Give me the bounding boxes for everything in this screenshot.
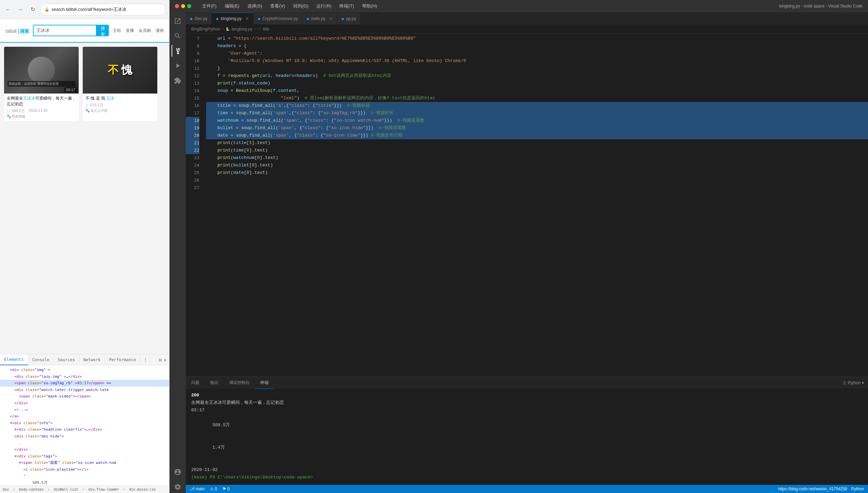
- tab-crypto-py[interactable]: ● CryptoProcessor.py: [254, 13, 302, 24]
- video-meta-2: ▷ 573.1万: [85, 103, 155, 108]
- terminal-dropdown[interactable]: 2: Python ▾: [839, 381, 868, 385]
- devtools-close-icon[interactable]: ✕: [164, 357, 166, 363]
- video-thumbnail-1: 跑场达线：走进宿舍 看看毕业生在宿 03:17: [4, 47, 79, 94]
- search-input[interactable]: [34, 28, 96, 33]
- dom-line[interactable]: <div class="img" >: [0, 367, 169, 373]
- code-line-15: print(f.status_code): [206, 80, 868, 87]
- dom-line-selected[interactable]: <span class="so-imgTag_rb" >03:17</span>…: [0, 380, 169, 387]
- address-text: search.bilibili.com/all?keyword=王冰冰: [52, 6, 126, 13]
- breadcrumb-mixin-lis[interactable]: div.mixin-lis: [129, 488, 156, 491]
- breadcrumb-body-contain[interactable]: body-contain: [19, 488, 43, 491]
- breadcrumb-project[interactable]: BingBingPython: [191, 27, 220, 32]
- status-warnings[interactable]: ⚑ 0: [222, 487, 230, 491]
- breadcrumb-flow-loader[interactable]: div.flow-loader: [88, 488, 119, 491]
- video-title-2: 不 愧 是 我 王冰: [85, 96, 155, 101]
- menu-run[interactable]: 运行(R): [316, 3, 331, 9]
- tab-performance[interactable]: Performance: [105, 354, 140, 365]
- dom-line[interactable]: ": [0, 473, 169, 480]
- dom-line[interactable]: </div>: [0, 446, 169, 453]
- tab-console[interactable]: Console: [28, 354, 54, 365]
- code-line-12: 'Mozilla/5.0 (Windows NT 10.0; Win64; x6…: [206, 57, 868, 65]
- menu-select[interactable]: 选择(S): [248, 3, 262, 9]
- terminal-tab-terminal[interactable]: 终端: [255, 377, 274, 389]
- nav-item-live[interactable]: 直播: [126, 28, 134, 34]
- dom-line[interactable]: 509.5万: [0, 479, 169, 486]
- menu-file[interactable]: 文件(F): [202, 3, 217, 9]
- terminal-tab-output[interactable]: 输出: [205, 377, 224, 389]
- tab-close-bingbing[interactable]: ✕: [245, 16, 249, 21]
- tab-bingbing-py[interactable]: ● bingbing.py ✕: [212, 13, 254, 24]
- code-line-20: watchnum = soup.find_all('span', {"class…: [206, 117, 868, 124]
- back-button[interactable]: ←: [3, 5, 13, 14]
- terminal-body[interactable]: 200 全网最全王冰冰可爱瞬间，每天一遍，忘记初恋 03:17 509.5万 1…: [186, 389, 868, 485]
- tab-pp-py[interactable]: ● pp.py: [337, 13, 361, 24]
- refresh-button[interactable]: ↻: [28, 5, 37, 14]
- vscode-terminal: 问题 输出 调试控制台 终端 2: Python ▾: [186, 376, 868, 485]
- menu-terminal[interactable]: 终端(T): [339, 3, 354, 9]
- status-errors[interactable]: ⚠ 0: [210, 487, 217, 491]
- menu-help[interactable]: 帮助(H): [362, 3, 377, 9]
- status-remote[interactable]: ⎇ main: [190, 487, 204, 491]
- terminal-line-blank4: [191, 451, 863, 459]
- dom-line[interactable]: -: [0, 440, 169, 447]
- dom-line[interactable]: <div class="des hide">: [0, 433, 169, 440]
- dom-line[interactable]: ▼<div class="info">: [0, 420, 169, 427]
- terminal-line-views: 509.5万: [191, 422, 863, 429]
- activity-settings[interactable]: [172, 481, 184, 493]
- activity-account[interactable]: [172, 466, 184, 478]
- dom-line[interactable]: </div>: [0, 400, 169, 407]
- nav-item-home[interactable]: 主站: [113, 28, 121, 34]
- dom-line[interactable]: </a>: [0, 413, 169, 420]
- dom-line[interactable]: ▼<div class="tags">: [0, 453, 169, 460]
- tab-sources[interactable]: Sources: [54, 354, 79, 365]
- forward-button[interactable]: →: [16, 5, 25, 14]
- dom-line[interactable]: <div class="lazy-img" >…</div>: [0, 373, 169, 380]
- dom-line[interactable]: <!--->: [0, 407, 169, 413]
- breadcrumb-py-icon: 🐍: [225, 27, 230, 31]
- terminal-tab-problems[interactable]: 问题: [186, 377, 205, 389]
- vscode-activity-bar: [170, 12, 186, 493]
- tab-elements[interactable]: Elements: [0, 354, 28, 365]
- menu-edit[interactable]: 编辑(E): [225, 3, 239, 9]
- status-link[interactable]: https://blog.csdn.net/weixin_41754258: [778, 487, 847, 491]
- tab-network[interactable]: Network: [79, 354, 105, 365]
- breadcrumb-div[interactable]: div: [3, 488, 9, 491]
- activity-explorer[interactable]: [172, 15, 184, 27]
- search-button[interactable]: 搜索: [96, 25, 109, 36]
- devtools-more[interactable]: ⋮: [140, 357, 151, 363]
- menu-view[interactable]: 查看(V): [270, 3, 285, 9]
- dom-line[interactable]: <i class="icon-playtime"></i>: [0, 466, 169, 473]
- video-card-1[interactable]: 跑场达线：走进宿舍 看看毕业生在宿 03:17 全网最全王冰冰可爱瞬间，每天一遍…: [4, 47, 79, 121]
- video-duration-1: 03:17: [64, 87, 77, 92]
- editor-content[interactable]: url = "https://search.bilibili.com/all?k…: [203, 34, 868, 376]
- video-card-2[interactable]: 不 愧 不 愧 是 我 王冰 ▷ 573.1万 🐾 龙大人不喷: [83, 47, 157, 121]
- activity-extensions[interactable]: [172, 75, 184, 87]
- breadcrumb-file[interactable]: bingbing.py: [232, 27, 252, 32]
- address-bar[interactable]: 🔒 search.bilibili.com/all?keyword=王冰冰: [40, 4, 166, 15]
- menu-goto[interactable]: 转到(G): [293, 3, 309, 9]
- breadcrumb-symbol[interactable]: title: [263, 27, 270, 32]
- code-line-19: time = soup.find_all('span',{"class": {"…: [206, 109, 868, 117]
- devtools-dock-icon[interactable]: ⊡: [159, 357, 161, 363]
- dom-line[interactable]: ▼<span title="观看" class="so-icon watch-n…: [0, 459, 169, 466]
- dom-line[interactable]: <div class="watch-later-trigger watch-la…: [0, 387, 169, 393]
- tab-close-hello[interactable]: ✕: [329, 16, 333, 21]
- terminal-tab-debug[interactable]: 调试控制台: [224, 377, 255, 389]
- nav-item-manga[interactable]: 漫画: [156, 28, 164, 34]
- dom-line[interactable]: ▼<div class="headline clearfix">…</div>: [0, 426, 169, 433]
- tab-des-py[interactable]: ● Des.py: [186, 13, 212, 24]
- status-lang[interactable]: Python: [851, 487, 864, 491]
- terminal-line-blank2: [191, 429, 863, 436]
- activity-search[interactable]: [172, 30, 184, 42]
- activity-run-debug[interactable]: [172, 60, 184, 72]
- dom-line[interactable]: <span class="mask-video"></span>: [0, 393, 169, 400]
- video-grid: 跑场达线：走进宿舍 看看毕业生在宿 03:17 全网最全王冰冰可爱瞬间，每天一遍…: [0, 43, 169, 125]
- nav-item-shop[interactable]: 会员购: [139, 28, 151, 34]
- bilibili-search-bar[interactable]: 搜索: [33, 25, 109, 36]
- breadcrumb-all-list[interactable]: div#all-list: [54, 488, 78, 491]
- code-line-9: url = "https://search.bilibili.com/all?k…: [206, 35, 868, 42]
- tab-label-hello: hello.py: [311, 16, 325, 21]
- tab-hello-py[interactable]: ● hello.py ✕: [302, 13, 337, 24]
- activity-source-control[interactable]: [172, 45, 184, 57]
- code-line-18: title = soup.find_all('a',{"class": {"ti…: [206, 102, 868, 109]
